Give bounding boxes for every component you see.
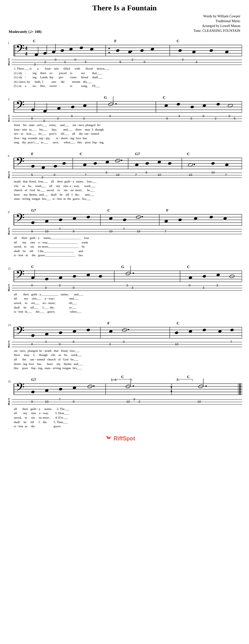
svg-text:0: 0 [31,342,33,346]
system-4-staff: 9 𝄢 G7 C F [7,204,242,235]
svg-point-183 [209,215,213,218]
svg-point-181 [178,218,182,221]
system-6-staff: 13 𝄢 F C [7,317,242,348]
svg-text:3: 3 [109,114,111,118]
svg-text:15: 15 [8,380,11,383]
svg-text:C: C [187,375,190,379]
svg-point-176 [109,217,113,220]
svg-point-137 [225,163,229,166]
svg-point-260 [86,328,90,331]
svg-point-127 [105,160,109,163]
system-5-staff: 11 𝄢 C G C [7,260,242,292]
svg-text:0: 0 [229,114,230,118]
svg-point-27 [140,49,144,52]
svg-text:7: 7 [59,397,61,401]
system-5-lyrics: all their guilt - y___________ stains; a… [7,292,242,315]
svg-point-81 [190,105,194,108]
svg-point-19 [43,52,47,55]
svg-text:5: 5 [31,173,33,177]
svg-text:0: 0 [74,58,76,61]
system-7-lyrics: all their guilt - y stains. 2. The___ al… [7,406,242,429]
svg-point-124 [62,162,66,165]
words-credit: Words by William Cowper [194,14,240,19]
tempo-marking: Moderately (♩= 108) [7,29,42,34]
svg-text:7: 7 [164,230,166,233]
svg-text:C: C [187,265,190,269]
svg-point-257 [45,332,48,336]
svg-text:10: 10 [45,400,48,403]
svg-point-304 [171,391,172,392]
system-3-staff: 6 𝄢 F C G7 C [7,147,242,179]
svg-point-78 [115,103,117,105]
svg-point-332 [108,437,110,439]
svg-text:0: 0 [54,173,55,177]
svg-text:3: 3 [8,98,9,101]
svg-point-217 [72,275,76,278]
svg-point-126 [93,162,97,165]
riffspot-logo: RiffSpot [104,433,145,443]
svg-text:6: 6 [8,154,9,158]
svg-text:0: 0 [203,114,204,118]
svg-text:3: 3 [203,286,204,289]
lyric-line-4: (4.) since, by faith, I saw the stream t… [14,80,235,84]
lyric-line-1: 1. There___ is a foun- tain filled with … [14,66,235,71]
svg-text:F: F [107,321,110,325]
svg-text:3: 3 [132,286,133,289]
svg-text:𝄢: 𝄢 [16,155,25,171]
svg-text:B: B [8,232,10,235]
svg-text:3: 3 [182,58,184,61]
svg-point-74 [71,105,74,108]
svg-point-70 [33,110,34,111]
svg-point-135 [194,164,195,165]
svg-text:4: 4 [25,51,27,56]
music-credit: Traditional Music [194,19,240,24]
svg-text:10: 10 [109,230,113,233]
svg-text:5: 5 [73,340,74,343]
svg-text:10: 10 [197,400,201,403]
svg-text:┌──────┐: ┌──────┐ [176,377,194,381]
svg-text:𝄢: 𝄢 [16,212,25,227]
svg-point-172 [45,220,48,223]
svg-text:9: 9 [73,230,74,233]
svg-text:G7: G7 [135,152,140,156]
svg-text:10: 10 [175,342,178,346]
svg-point-17 [108,52,110,53]
svg-point-136 [211,162,215,165]
system-5: 11 𝄢 C G C [7,260,242,315]
svg-text:2: 2 [126,284,128,287]
svg-point-177 [123,218,126,221]
system-3-lyrics: neath that flood, lose___ all their guil… [7,179,242,202]
svg-point-25 [116,49,119,52]
svg-text:5: 5 [85,60,87,64]
svg-point-184 [223,217,227,220]
svg-text:10: 10 [189,173,192,177]
svg-text:2: 2 [215,117,216,120]
svg-text:0: 0 [189,284,190,287]
svg-text:C: C [121,375,124,379]
svg-point-179 [142,216,143,217]
svg-text:F: F [31,152,34,156]
svg-text:10: 10 [211,171,215,174]
system-6: 13 𝄢 F C [7,317,242,371]
svg-text:F: F [166,208,169,212]
svg-point-224 [202,275,206,278]
lyric-line-2: (2.) dy - ing thief re- joiced to see th… [14,71,235,75]
svg-point-75 [83,104,87,107]
system-1-staff: 𝄢 4 4 C F C [7,35,242,66]
svg-text:9: 9 [73,400,74,403]
svg-text:7: 7 [59,227,61,231]
svg-point-36 [131,51,132,52]
svg-point-225 [216,273,220,276]
svg-text:𝄢: 𝄢 [16,268,25,284]
svg-point-123 [53,164,57,168]
svg-text:7: 7 [85,173,87,177]
svg-text:5: 5 [234,117,235,120]
lyric-line-5: (5.) in a no- bler, sweet - er song, I'l… [14,84,235,88]
svg-text:3: 3 [34,63,36,66]
svg-text:5: 5 [119,60,121,64]
svg-point-266 [202,328,206,331]
system-1-lyrics: 1. There___ is a foun- tain filled with … [7,66,242,89]
svg-text:0: 0 [73,286,74,289]
svg-text:RiffSpot: RiffSpot [114,436,135,441]
svg-text:C: C [177,321,179,325]
